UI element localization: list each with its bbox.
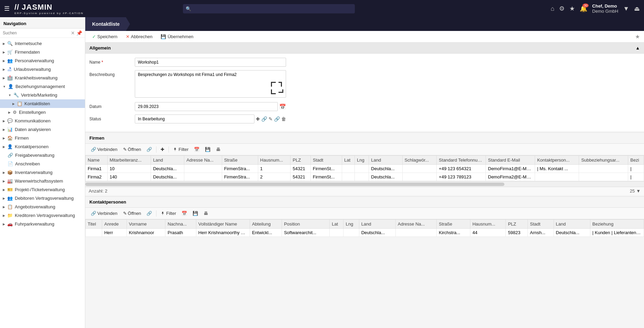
cell-subbeziehung [579, 165, 628, 173]
col-mitarbeiter: Mitarbeiteranz... [107, 156, 151, 165]
name-label: Name [89, 58, 131, 65]
calendar-icon[interactable]: 📅 [279, 103, 286, 110]
kontaktpersonen-calendar-button[interactable]: 📅 [179, 210, 189, 217]
sidebar-item-kontaktlisten[interactable]: ▶ 📋 Kontaktlisten [0, 99, 85, 108]
cell-strasse: FirmenStra... [222, 165, 258, 173]
collapse-icon[interactable]: ▲ [635, 45, 640, 51]
chevron-down-icon[interactable]: ▼ [623, 5, 629, 12]
chevron-down-page-icon: ▼ [636, 188, 641, 194]
name-input[interactable] [135, 58, 286, 67]
firmen-filter-button[interactable]: 🖈 Filter [171, 146, 190, 153]
expand-arrow-icon: ▶ [3, 171, 5, 174]
user-profile[interactable]: Chef, Demo Demo GmbH [592, 3, 618, 14]
sidebar-item-freigabeverwaltung[interactable]: 🔗 Freigabeverwaltung [0, 151, 85, 160]
status-label: Status [89, 114, 131, 121]
pin-icon[interactable]: 📌 [76, 30, 82, 36]
power-icon[interactable]: ⏏ [634, 5, 640, 12]
hamburger-menu-icon[interactable]: ☰ [4, 5, 10, 12]
sidebar-item-firmendaten[interactable]: ▶ 🛒 Firmendaten [0, 48, 85, 56]
expand-arrow-icon: ▶ [3, 188, 5, 192]
sidebar-item-daten-analysieren[interactable]: ▶ 📊 Daten analysieren [0, 125, 85, 134]
kontaktpersonen-filter-button[interactable]: 🖈 Filter [159, 210, 178, 217]
status-field: ✚ 🔗 ✎ 🔗 🗑 [135, 114, 640, 123]
firmen-calendar-button[interactable]: 📅 [192, 146, 201, 153]
sidebar-item-personalverwaltung[interactable]: ▶ 👥 Personalverwaltung [0, 56, 85, 65]
favorite-star-icon[interactable]: ★ [635, 33, 640, 40]
cell-land: Deutschla... [151, 165, 184, 173]
notification-bell[interactable]: 🔔 30 [580, 5, 587, 12]
expand-arrow-icon: ▶ [3, 145, 5, 149]
table-row[interactable]: Firma2 140 Deutschla... FirmenStra... 2 … [86, 173, 644, 181]
description-row: Beschreibung Besprechungen zu Workshops … [89, 70, 640, 99]
global-search: 🔍 [183, 4, 355, 13]
kontaktpersonen-connect-button[interactable]: 🔗 Verbinden [89, 210, 120, 217]
cell-strasse2: Kirchstra... [437, 229, 470, 237]
kontaktpersonen-link-button[interactable]: 🔗 [144, 210, 154, 217]
nav-icon-projekt-ticketverwaltung: 🎫 [7, 187, 13, 192]
save-button[interactable]: ✓ Speichern [89, 33, 120, 40]
cell-plz: 54321 [291, 165, 311, 173]
cancel-button[interactable]: ✕ Abbrechen [123, 33, 155, 40]
sidebar-item-internetsuche[interactable]: ▶ 🔍 Internetsuche [0, 39, 85, 48]
firmen-print-button[interactable]: 🖶 [214, 146, 222, 153]
home-icon[interactable]: ⌂ [550, 5, 554, 12]
sidebar-item-krankheitsverwaltung[interactable]: ▶ 🏥 Krankheitsverwaltung [0, 74, 85, 82]
firmen-connect-button[interactable]: 🔗 Verbinden [89, 146, 120, 153]
status-row: Status ✚ 🔗 ✎ 🔗 🗑 [89, 114, 640, 123]
sidebar-item-warenwirtschaftssystem[interactable]: ▶ 🏭 Warenwirtschaftssystem [0, 177, 85, 185]
take-button[interactable]: 💾 Übernehmen [158, 33, 196, 40]
clear-search-icon[interactable]: ✕ [71, 30, 75, 36]
delete-status-icon[interactable]: 🗑 [281, 116, 286, 122]
sidebar-item-urlaubsverwaltung[interactable]: ▶ 🏖 Urlaubsverwaltung [0, 65, 85, 74]
link-status-icon[interactable]: 🔗 [261, 116, 267, 122]
search-input[interactable] [183, 4, 355, 13]
description-textarea[interactable]: Besprechungen zu Workshops mit Firma1 un… [135, 70, 286, 98]
expand-textarea-icon[interactable] [269, 80, 284, 97]
sidebar-item-inventarverwaltung[interactable]: ▶ 📦 Inventarverwaltung [0, 168, 85, 177]
firmen-link-button[interactable]: 🔗 [144, 146, 154, 153]
cell-adresse2 [395, 229, 436, 237]
table-row[interactable]: Herr Krishnamoor Prasath Herr Krishnamoo… [86, 229, 644, 237]
firmen-export-button[interactable]: 💾 [203, 146, 212, 153]
unlink-status-icon[interactable]: 🔗 [274, 116, 280, 122]
cell-lng2 [343, 229, 359, 237]
user-name: Chef, Demo [592, 3, 618, 9]
edit-icon2: ✎ [123, 211, 127, 216]
toolbar-divider3 [156, 210, 156, 217]
sidebar-search-input[interactable] [3, 31, 69, 35]
table-row[interactable]: Firma1 10 Deutschla... FirmenStra... 1 5… [86, 165, 644, 173]
col-beziehung: Beziehung [590, 220, 644, 229]
status-input[interactable] [135, 114, 254, 123]
firmen-add-button[interactable]: ✚ [159, 146, 166, 153]
sidebar-item-debitoren-vertragsverwaltung[interactable]: ▶ 👥 Debitoren Vertragsverwaltung [0, 194, 85, 203]
sidebar-item-firmen[interactable]: ▶ 🏠 Firmen [0, 134, 85, 142]
kontaktpersonen-export-button[interactable]: 💾 [190, 210, 200, 217]
col-adresse2: Adresse Na... [395, 220, 436, 229]
edit-status-icon[interactable]: ✎ [269, 116, 273, 122]
sidebar-item-kontaktpersonen[interactable]: ▶ 👤 Kontaktpersonen [0, 142, 85, 151]
settings-icon[interactable]: ⚙ [559, 5, 565, 12]
date-input[interactable] [135, 102, 278, 111]
firmen-open-button[interactable]: ✎ Öffnen [121, 146, 143, 153]
sidebar-item-vertrieb-marketing[interactable]: ▼ 🔧 Vertrieb/Marketing [0, 91, 85, 99]
cell-land2: Deutschla... [369, 173, 402, 181]
top-navigation-bar: ☰ // JASMIN ERP-System powered by #P-CAT… [0, 0, 644, 17]
sidebar-item-beziehungsmanagement[interactable]: ▼ 👤 Beziehungsmanagement [0, 82, 85, 91]
horizontal-scrollbar[interactable] [85, 181, 644, 187]
add-status-icon[interactable]: ✚ [256, 116, 260, 122]
sidebar-item-kommunikationen[interactable]: ▶ 💬 Kommunikationen [0, 117, 85, 125]
cell-bezi: | [628, 173, 644, 181]
per-page-selector[interactable]: 25 ▼ [630, 188, 641, 194]
star-icon[interactable]: ★ [569, 5, 575, 12]
kontaktpersonen-print-button[interactable]: 🖶 [201, 210, 210, 217]
sidebar-item-angebotsverwaltung[interactable]: ▶ 📋 Angebotsverwaltung [0, 203, 85, 211]
sidebar-item-kreditoren-vertragsverwaltung[interactable]: ▶ 📁 Kreditoren Vertragsverwaltung [0, 211, 85, 220]
sidebar-item-anschreiben[interactable]: 📄 Anschreiben [0, 160, 85, 168]
sidebar-item-einstellungen[interactable]: ▶ ⚙ Einstellungen [0, 108, 85, 117]
nav-icon-krankheitsverwaltung: 🏥 [7, 75, 13, 80]
toolbar-divider [156, 146, 156, 153]
sidebar-label-personalverwaltung: Personalverwaltung [15, 58, 54, 63]
kontaktpersonen-open-button[interactable]: ✎ Öffnen [121, 210, 143, 217]
sidebar-item-fuhrparkverwaltung[interactable]: ▶ 🚗 Fuhrparkverwaltung [0, 220, 85, 228]
sidebar-item-projekt-ticketverwaltung[interactable]: ▶ 🎫 Projekt-/Ticketverwaltung [0, 185, 85, 194]
